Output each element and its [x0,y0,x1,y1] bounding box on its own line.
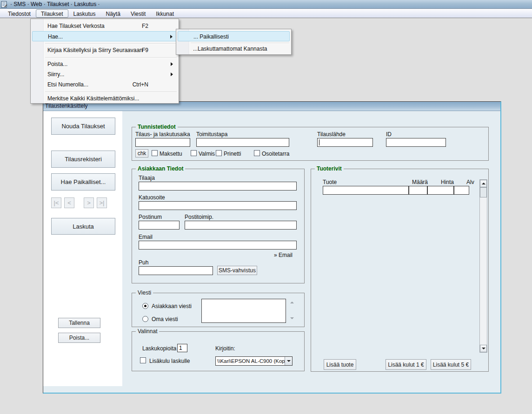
menu-separator [191,43,289,43]
asiakkaan-viesti-label: Asiakkaan viesti [152,303,192,309]
combobox-dropdown-button[interactable] [285,357,292,365]
menubar-item-tilaukset[interactable]: Tilaukset [36,9,68,18]
scrollbar-down-button[interactable] [480,345,487,352]
osoitetarra-checkbox[interactable] [254,150,260,156]
id-label: ID [386,131,392,138]
alv-input[interactable] [454,186,469,195]
menu-item-label: ... Paikallisesti [193,33,229,40]
viesti-scroll-down-icon[interactable] [290,317,294,319]
app-titlebar: · SMS · Web · Tilaukset · Laskutus · [0,0,532,9]
postinum-label: Postinum [139,214,162,220]
lisaa-kulut-5e-button[interactable]: Lisää kulut 5 € [431,359,471,370]
menu-item-merkitse-kaikki[interactable]: Merkitse Kaikki Käsittelemättömiksi... [32,93,177,104]
hinta-input[interactable] [427,186,454,195]
menubar-item-ikkunat[interactable]: Ikkunat [151,9,179,18]
tuoterivit-scrollbar[interactable] [479,179,487,353]
menu-item-label: Etsi Numerolla... [47,81,88,88]
submenu-arrow-icon [171,72,173,76]
menubar-item-viestit[interactable]: Viestit [126,9,151,18]
scrollbar-up-button[interactable] [480,180,487,187]
tilauslahde-input[interactable] [317,138,373,147]
katuosoite-input[interactable] [139,201,297,210]
kirjoitin-combobox[interactable]: \\Kari\EPSON AL-C900 (Kopioi 1) [215,356,293,366]
app-title: · SMS · Web · Tilaukset · Laskutus · [10,1,100,7]
viesti-textarea[interactable] [201,299,286,323]
submenu-item-laskuttamattomat[interactable]: ...Laskuttamattomat Kannasta [178,44,290,54]
window-title: Tilaustenkäsittely [45,103,88,109]
menubar-item-tiedostot[interactable]: Tiedostot [3,9,36,18]
laskuta-button[interactable]: Laskuta [51,218,115,235]
menubar-item-nayta[interactable]: Näytä [101,9,126,18]
menu-item-etsi-numerolla[interactable]: Etsi Numerolla... Ctrl+N [32,79,177,90]
scrollbar-thumb[interactable] [480,187,487,197]
maksettu-checkbox[interactable] [152,150,158,156]
tilaus-aika-input[interactable] [135,138,190,147]
menu-separator [45,57,177,58]
lisaa-kulut-1e-button[interactable]: Lisää kulut 1 € [386,359,426,370]
menu-item-kirjaa-kasitellyksi[interactable]: Kirjaa Käsitellyksi ja Siirry Seuraavaan… [32,45,177,55]
prinetti-checkbox[interactable] [216,150,222,156]
email-input[interactable] [139,241,297,250]
text-caret [319,139,319,145]
submenu-arrow-icon [170,35,173,39]
id-input[interactable] [386,138,446,147]
nav-last-button[interactable]: >| [97,197,107,208]
sidebar: Nouda Tilaukset Tilausrekisteri Hae Paik… [43,111,122,386]
lisaa-tuote-button[interactable]: Lisää tuote [324,359,356,370]
laskukopioita-label: Laskukopioita [142,345,176,352]
viesti-title: Viesti [136,289,153,296]
toimitustapa-label: Toimitustapa [196,131,227,138]
viesti-scroll-up-icon[interactable] [290,302,294,303]
poista-button[interactable]: Poista... [58,333,100,343]
tunnistetiedot-group: Tunnistetiedot Tilaus- ja laskutusaika T… [132,127,489,161]
email-link[interactable]: » Email [274,252,293,258]
valinnat-title: Valinnat [136,328,159,335]
nav-next-button[interactable]: > [84,197,94,208]
menu-item-shortcut: Ctrl+N [133,81,148,88]
oma-viesti-radio[interactable] [142,316,148,322]
hinta-column-header: Hinta [441,179,454,185]
lisakulu-checkbox[interactable] [140,357,146,363]
app-icon [1,1,8,8]
menu-separator [45,92,177,92]
maara-input[interactable] [409,186,427,195]
tilausrekisteri-button[interactable]: Tilausrekisteri [51,151,115,168]
tallenna-button[interactable]: Tallenna [58,318,100,328]
nouda-tilaukset-button[interactable]: Nouda Tilaukset [51,118,115,135]
puh-label: Puh [139,259,148,266]
tilaaja-input[interactable] [139,182,297,191]
tuoterivit-group: Tuoterivit Tuote Määrä Hinta Alv Lisää t… [311,169,489,372]
window-content: Nouda Tilaukset Tilausrekisteri Hae Paik… [43,111,500,393]
tuote-input[interactable] [323,186,409,195]
valmis-label: Valmis [199,151,215,157]
menu-item-label: Hae... [48,33,63,40]
asiakkaan-tiedot-title: Asiakkaan Tiedot [136,165,185,172]
submenu-arrow-icon [171,62,173,66]
menu-item-label: Merkitse Kaikki Käsittelemättömiksi... [47,95,139,102]
screen: · SMS · Web · Tilaukset · Laskutus · Tie… [0,0,532,414]
menu-item-hae[interactable]: Hae... [32,31,177,41]
postinum-input[interactable] [139,221,180,230]
nav-first-button[interactable]: |< [51,197,61,208]
valmis-checkbox[interactable] [191,150,197,156]
laskukopioita-input[interactable] [177,344,187,352]
menu-item-hae-tilaukset-verkosta[interactable]: Hae Tilaukset Verkosta F2 [32,21,177,31]
postitoimip-input[interactable] [185,221,297,230]
kirjoitin-value: \\Kari\EPSON AL-C900 (Kopioi 1) [217,358,293,364]
puh-input[interactable] [139,266,213,275]
nav-prev-button[interactable]: < [64,197,74,208]
email-label: Email [139,234,153,240]
asiakkaan-viesti-radio[interactable] [142,303,148,309]
sms-vahvistus-button[interactable]: SMS-vahvistus [217,266,257,275]
tuoterivit-title: Tuoterivit [315,165,344,172]
menu-item-poista[interactable]: Poista... [32,59,177,69]
submenu-item-paikallisesti[interactable]: ... Paikallisesti [178,31,290,41]
tilauslahde-label: Tilauslähde [317,131,346,138]
alv-column-header: Alv [466,179,474,185]
menu-item-siirry[interactable]: Siirry... [32,69,177,79]
maara-column-header: Määrä [412,179,428,185]
chk-button[interactable]: chk [135,149,148,158]
toimitustapa-input[interactable] [196,138,289,147]
menubar-item-laskutus[interactable]: Laskutus [68,9,101,18]
hae-paikalliset-button[interactable]: Hae Paikalliset... [51,173,115,191]
